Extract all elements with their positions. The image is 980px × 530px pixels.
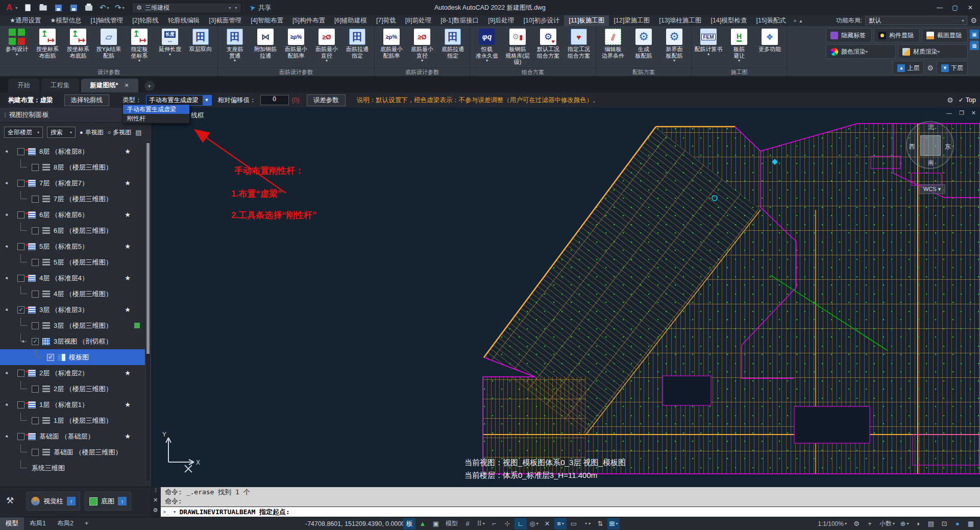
combo-arrow-icon[interactable]: ▼ bbox=[203, 95, 211, 105]
tree-row[interactable]: ▸2层 （标准层2）★ bbox=[0, 365, 145, 381]
quick-properties-icon[interactable]: ⊕▾ bbox=[898, 518, 911, 529]
ribbon-tab[interactable]: [15]装配式 bbox=[751, 15, 790, 26]
ribbon-button[interactable]: 板筋 避让▾ bbox=[724, 28, 754, 63]
tree-row[interactable]: ▸基础面 （基础层）★ bbox=[0, 428, 145, 444]
select-outline-button[interactable]: 选择轮廓线 bbox=[64, 94, 110, 106]
tree-checkbox[interactable] bbox=[32, 164, 39, 171]
tree-row[interactable]: 系统三维图 bbox=[0, 460, 145, 476]
graphics-performance-icon[interactable]: ▤ bbox=[925, 518, 937, 529]
tree-row[interactable]: 8层 （楼层三维图） bbox=[0, 159, 145, 175]
document-tab[interactable]: 工程集 bbox=[41, 79, 79, 92]
ortho-mode-icon[interactable]: ∟ bbox=[514, 518, 527, 529]
view-minimize-icon[interactable]: — bbox=[946, 110, 952, 116]
function-layout-select[interactable]: 默认 ▾ bbox=[865, 16, 967, 25]
ribbon-button[interactable]: 默认工况 组合方案 bbox=[533, 28, 564, 59]
favorite-star-icon[interactable]: ★ bbox=[125, 432, 131, 440]
share-button[interactable]: ➤ 共享 bbox=[250, 4, 271, 12]
ribbon-tab[interactable]: [10]初步设计 bbox=[519, 15, 565, 26]
error-params-button[interactable]: 误差参数 bbox=[307, 94, 346, 106]
tree-checkbox[interactable] bbox=[32, 291, 39, 298]
layout-tab[interactable]: 模型 bbox=[0, 517, 24, 530]
ribbon-button[interactable]: 配筋计算书▾ bbox=[693, 28, 724, 57]
ribbon-button[interactable]: 支座筋 贯通▾ bbox=[219, 28, 250, 63]
ribbon-button[interactable]: 底筋最小 直径▾ bbox=[407, 28, 437, 63]
redo-icon[interactable]: ↷▾ bbox=[114, 3, 125, 12]
visual-column-button[interactable]: 视觉柱 ↑ bbox=[27, 492, 80, 511]
panel-tool-icon[interactable]: ▦ bbox=[970, 41, 979, 50]
tree-row[interactable]: ▸5层 （标准层5）★ bbox=[0, 238, 145, 254]
clean-screen-icon[interactable]: ⊡ bbox=[938, 518, 950, 529]
save-icon[interactable] bbox=[53, 3, 63, 12]
ribbon-tab[interactable]: [9]后处理 bbox=[483, 15, 519, 26]
favorite-star-icon[interactable]: ★ bbox=[125, 369, 131, 377]
expand-arrow-icon[interactable]: ▸ bbox=[5, 370, 10, 376]
minimize-button[interactable]: — bbox=[932, 0, 947, 15]
ribbon-button[interactable]: 恒载 准永久值▾ bbox=[472, 28, 502, 63]
tree-checkbox[interactable]: ✓ bbox=[32, 338, 39, 345]
view-close-icon[interactable]: ✕ bbox=[971, 110, 976, 116]
arrow-up-icon[interactable]: ↑ bbox=[67, 497, 76, 505]
model-space-label[interactable]: 模型 bbox=[443, 518, 460, 529]
compass-east[interactable]: 东 bbox=[945, 142, 951, 151]
transparency-icon[interactable]: ◔▾ bbox=[581, 518, 593, 529]
tree-checkbox[interactable] bbox=[17, 211, 24, 219]
single-view-radio[interactable]: ● 单视图 bbox=[80, 128, 104, 137]
wcs-label[interactable]: WCS ▾ bbox=[919, 184, 945, 194]
expand-arrow-icon[interactable]: ▸ bbox=[5, 212, 10, 218]
ribbon-tab[interactable]: [8]前处理 bbox=[401, 15, 436, 26]
ribbon-button[interactable]: 更多功能 bbox=[754, 28, 785, 53]
ribbon-tab[interactable]: [13]墙柱施工图 bbox=[654, 15, 706, 26]
tree-row[interactable]: ▸7层 （标准层7）★ bbox=[0, 175, 145, 191]
type-dropdown-option[interactable]: 刚性杆 bbox=[123, 114, 189, 123]
expand-arrow-icon[interactable]: ▸ bbox=[5, 402, 10, 407]
document-tab[interactable]: 开始 bbox=[8, 79, 39, 92]
ribbon-button[interactable]: 生成 板配筋 bbox=[628, 28, 659, 59]
ribbon-button[interactable]: 按坐标系 布底筋 bbox=[63, 28, 93, 59]
tree-row[interactable]: ▸8层 （标准层8）★ bbox=[0, 143, 145, 159]
tree-row[interactable]: 5层 （楼层三维图） bbox=[0, 254, 145, 270]
multi-view-radio[interactable]: ○ 多视图 bbox=[108, 128, 132, 137]
osnap-3d-icon[interactable]: ⊞▾ bbox=[607, 518, 620, 529]
view-compass[interactable]: 北 西 东 南 bbox=[906, 121, 954, 169]
tree-row[interactable]: ▸6层 （标准层6）★ bbox=[0, 207, 145, 223]
drag-grip-icon[interactable]: ⁞⁞ bbox=[4, 112, 6, 118]
tree-checkbox[interactable]: ✓ bbox=[17, 306, 24, 314]
tree-row[interactable]: ▸4层 （标准层4）★ bbox=[0, 270, 145, 286]
favorite-star-icon[interactable]: ★ bbox=[125, 401, 131, 408]
tree-checkbox[interactable] bbox=[32, 417, 39, 424]
favorite-star-icon[interactable]: ★ bbox=[125, 306, 131, 314]
ribbon-button[interactable]: 双层双向 bbox=[185, 28, 216, 53]
ribbon-tab[interactable]: [3]截面管理 bbox=[204, 15, 246, 26]
ribbon-tab[interactable]: [12]梁施工图 bbox=[609, 15, 654, 26]
status-dot-icon[interactable]: ● bbox=[951, 518, 964, 529]
document-tab[interactable]: 新建图纸*✕ bbox=[81, 79, 138, 92]
compass-south[interactable]: 南 bbox=[928, 158, 934, 167]
slab-toggle-icon[interactable]: 板 bbox=[403, 518, 415, 529]
lineweight-icon[interactable]: ▭ bbox=[568, 518, 580, 529]
tree-row[interactable]: ▸✓3层视图 （剖切框） bbox=[0, 333, 145, 349]
viewport-label[interactable]: 线框 bbox=[191, 111, 204, 120]
isodraft-icon[interactable]: ✕ bbox=[541, 518, 553, 529]
print-icon[interactable] bbox=[84, 3, 94, 12]
tree-scrollbar[interactable] bbox=[145, 140, 151, 481]
ribbon-button[interactable]: 面筋最小 直径▾ bbox=[311, 28, 342, 63]
favorite-star-icon[interactable]: ★ bbox=[125, 148, 131, 155]
ribbon-button[interactable]: 指定板 坐标系▾ bbox=[124, 28, 155, 63]
display-toggle-button[interactable]: 隐藏标签 bbox=[826, 28, 872, 42]
selection-cycling-icon[interactable]: ⇅ bbox=[594, 518, 606, 529]
drag-grip-icon[interactable]: ⁞⁞ bbox=[155, 488, 157, 493]
ribbon-button[interactable]: 参与设计▾ bbox=[2, 28, 32, 57]
tree-row[interactable]: 2层 （楼层三维图） bbox=[0, 381, 145, 397]
infer-constraints-icon[interactable]: ⌐ bbox=[488, 518, 500, 529]
base-map-button[interactable]: 底图 ↑ bbox=[85, 492, 131, 511]
command-close-icon[interactable]: ✕ bbox=[153, 497, 158, 503]
new-layout-button[interactable]: + bbox=[79, 517, 94, 530]
ribbon-button[interactable]: 附加钢筋 拉通 bbox=[250, 28, 281, 59]
units-label[interactable]: 小数▾ bbox=[877, 518, 897, 529]
ribbon-tab[interactable]: [11]板施工图 bbox=[564, 15, 609, 26]
tree-row[interactable]: ▸✓3层 （标准层3）★ bbox=[0, 302, 145, 318]
ribbon-button[interactable]: 延伸长度▾ bbox=[155, 28, 185, 57]
ribbon-tab[interactable]: [5]构件布置 bbox=[288, 15, 330, 26]
tree-row[interactable]: 4层 （楼层三维图） bbox=[0, 286, 145, 302]
ribbon-button[interactable]: 面筋拉通 指定 bbox=[342, 28, 373, 59]
